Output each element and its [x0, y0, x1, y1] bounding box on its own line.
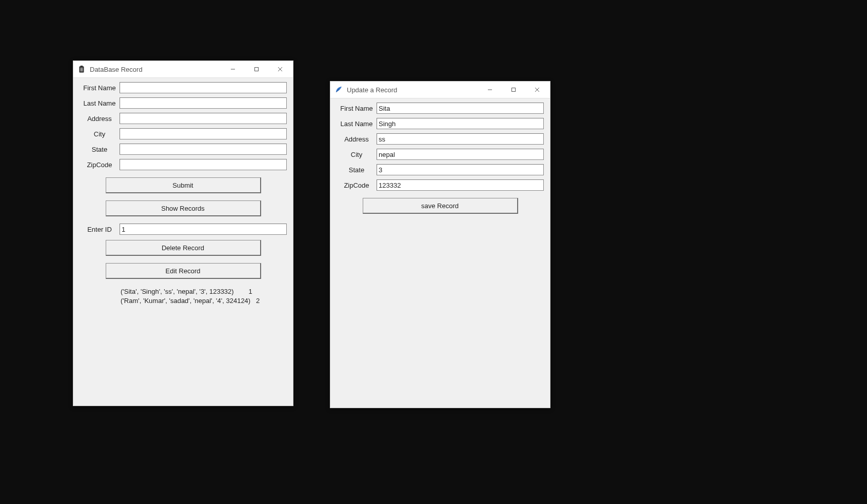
- label-first-name: First Name: [337, 105, 377, 112]
- row-address: Address: [337, 133, 544, 145]
- label-address: Address: [337, 135, 377, 143]
- close-button[interactable]: [525, 82, 549, 98]
- label-first-name: First Name: [80, 84, 120, 92]
- input-city[interactable]: [377, 149, 544, 160]
- label-state: State: [80, 146, 120, 153]
- records-display: ('Sita', 'Singh', 'ss', 'nepal', '3', 12…: [80, 287, 287, 305]
- submit-button-label: Submit: [172, 182, 193, 189]
- row-first-name: First Name: [80, 82, 287, 93]
- input-first-name[interactable]: [120, 82, 287, 93]
- input-zipcode[interactable]: [120, 159, 287, 170]
- svg-rect-2: [81, 68, 83, 69]
- edit-record-button-label: Edit Record: [166, 267, 201, 275]
- input-city[interactable]: [120, 128, 287, 139]
- input-last-name[interactable]: [120, 97, 287, 109]
- svg-rect-4: [81, 71, 83, 71]
- input-enter-id[interactable]: [120, 224, 287, 235]
- input-state[interactable]: [120, 144, 287, 155]
- row-address: Address: [80, 113, 287, 124]
- input-address[interactable]: [377, 133, 544, 145]
- label-address: Address: [80, 115, 120, 123]
- database-record-window: DataBase Record First Name Last Name Add…: [73, 61, 293, 406]
- label-last-name: Last Name: [80, 99, 120, 107]
- label-enter-id: Enter ID: [80, 226, 120, 233]
- svg-rect-1: [81, 66, 83, 67]
- save-record-button-label: save Record: [421, 202, 459, 210]
- feather-icon: [334, 86, 343, 94]
- row-zipcode: ZipCode: [337, 179, 544, 191]
- input-state[interactable]: [377, 164, 544, 175]
- window-title: DataBase Record: [90, 66, 221, 73]
- row-enter-id: Enter ID: [80, 224, 287, 235]
- maximize-button[interactable]: [245, 61, 268, 77]
- titlebar[interactable]: Update a Record: [330, 82, 550, 98]
- svg-rect-3: [81, 69, 83, 70]
- label-zipcode: ZipCode: [80, 161, 120, 169]
- client-area: First Name Last Name Address City State …: [73, 78, 293, 311]
- update-record-window: Update a Record First Name Last Name Add…: [330, 81, 550, 408]
- row-city: City: [337, 149, 544, 160]
- row-state: State: [337, 164, 544, 175]
- minimize-button[interactable]: [221, 61, 245, 77]
- svg-rect-11: [512, 88, 516, 92]
- maximize-button[interactable]: [502, 82, 525, 98]
- close-button[interactable]: [268, 61, 292, 77]
- client-area: First Name Last Name Address City State …: [330, 98, 550, 223]
- label-city: City: [337, 151, 377, 158]
- label-zipcode: ZipCode: [337, 182, 377, 189]
- input-zipcode[interactable]: [377, 179, 544, 191]
- row-zipcode: ZipCode: [80, 159, 287, 170]
- show-records-button[interactable]: Show Records: [106, 200, 261, 216]
- row-last-name: Last Name: [80, 97, 287, 109]
- input-address[interactable]: [120, 113, 287, 124]
- clipboard-icon: [77, 65, 86, 73]
- edit-record-button[interactable]: Edit Record: [106, 263, 261, 279]
- delete-record-button-label: Delete Record: [162, 244, 204, 252]
- delete-record-button[interactable]: Delete Record: [106, 240, 261, 256]
- row-last-name: Last Name: [337, 118, 544, 129]
- show-records-button-label: Show Records: [161, 205, 205, 212]
- titlebar[interactable]: DataBase Record: [73, 61, 293, 78]
- label-last-name: Last Name: [337, 120, 377, 128]
- minimize-button[interactable]: [478, 82, 502, 98]
- label-state: State: [337, 166, 377, 174]
- row-first-name: First Name: [337, 103, 544, 114]
- row-city: City: [80, 128, 287, 139]
- window-title: Update a Record: [347, 86, 478, 94]
- row-state: State: [80, 144, 287, 155]
- input-first-name[interactable]: [377, 103, 544, 114]
- submit-button[interactable]: Submit: [106, 177, 261, 193]
- label-city: City: [80, 130, 120, 138]
- svg-rect-6: [255, 68, 259, 71]
- input-last-name[interactable]: [377, 118, 544, 129]
- save-record-button[interactable]: save Record: [363, 198, 518, 214]
